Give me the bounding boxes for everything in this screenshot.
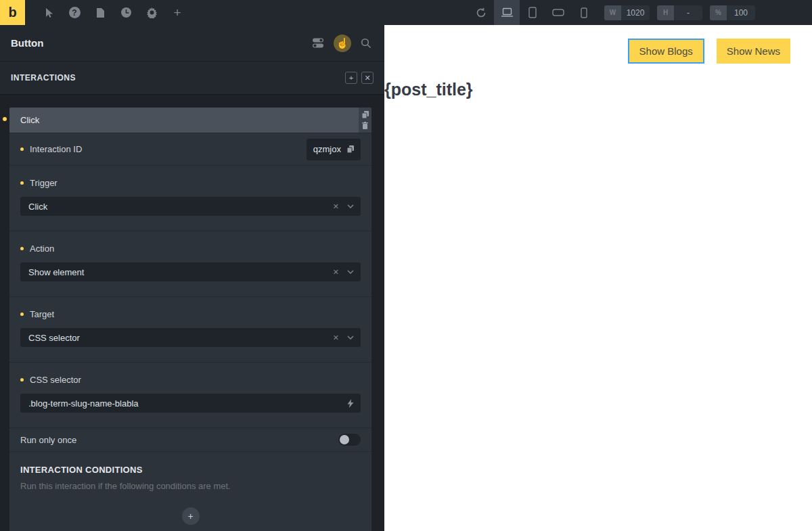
settings-panel: Button ☝ INTERACTIONS + ✕ bbox=[0, 25, 384, 531]
interaction-id-row: Interaction ID qzmjox bbox=[9, 133, 371, 166]
top-toolbar: b ? + bbox=[0, 0, 812, 25]
search-icon[interactable] bbox=[359, 36, 374, 51]
css-selector-input[interactable] bbox=[28, 398, 347, 409]
action-value: Show element bbox=[28, 267, 333, 277]
element-picker-icon[interactable] bbox=[36, 0, 62, 25]
dynamic-data-bolt-icon[interactable] bbox=[347, 399, 354, 408]
css-selector-label: CSS selector bbox=[30, 375, 81, 385]
bullet-dot bbox=[20, 313, 24, 316]
question-glyph: ? bbox=[69, 7, 81, 18]
target-group: Target CSS selector ✕ bbox=[9, 297, 371, 363]
bricks-builder-app: b ? + bbox=[0, 0, 812, 531]
bricks-logo[interactable]: b bbox=[0, 0, 25, 25]
clear-selection-icon[interactable]: ✕ bbox=[333, 202, 339, 211]
preview-canvas: Show Blogs Show News {post_title} bbox=[384, 25, 812, 531]
interaction-id-value: qzmjox bbox=[313, 144, 341, 154]
bullet-dot bbox=[20, 378, 24, 382]
trigger-label-row: Trigger bbox=[20, 178, 361, 188]
toggle-knob bbox=[340, 435, 349, 444]
zoom-value[interactable]: 100 bbox=[727, 5, 755, 20]
interaction-id-label-group: Interaction ID bbox=[20, 144, 82, 154]
clear-selection-icon[interactable]: ✕ bbox=[333, 333, 339, 342]
interaction-id-label: Interaction ID bbox=[30, 144, 82, 154]
interaction-id-value-pill[interactable]: qzmjox bbox=[307, 139, 361, 160]
select-icons: ✕ bbox=[333, 333, 354, 342]
panel-header-icons: ☝ bbox=[311, 34, 374, 52]
action-label-row: Action bbox=[20, 244, 361, 254]
toggles-settings-icon[interactable] bbox=[311, 36, 326, 51]
width-value[interactable]: 1020 bbox=[621, 5, 650, 20]
height-label: H bbox=[657, 5, 674, 20]
interaction-card: Click Interaction ID bbox=[9, 108, 371, 531]
conditions-title: INTERACTION CONDITIONS bbox=[20, 465, 361, 475]
interactions-panel-content: Click Interaction ID bbox=[0, 95, 384, 531]
interactions-title: INTERACTIONS bbox=[11, 73, 76, 83]
interaction-header-bar[interactable]: Click bbox=[9, 108, 359, 133]
close-interactions-button[interactable]: ✕ bbox=[361, 72, 374, 84]
add-condition-group: + ADD CONDITION bbox=[20, 507, 361, 531]
viewport-tablet-portrait-icon[interactable] bbox=[520, 0, 545, 25]
viewport-tablet-landscape-icon[interactable] bbox=[545, 0, 571, 25]
interaction-name: Click bbox=[20, 115, 39, 125]
duplicate-interaction-icon[interactable] bbox=[362, 111, 369, 118]
plus-glyph: + bbox=[173, 6, 181, 19]
copy-icon bbox=[347, 145, 354, 153]
target-label: Target bbox=[30, 309, 54, 319]
target-select[interactable]: CSS selector ✕ bbox=[20, 328, 361, 347]
clear-selection-icon[interactable]: ✕ bbox=[333, 268, 339, 277]
add-condition-plus-button[interactable]: + bbox=[182, 507, 200, 525]
post-title-heading[interactable]: {post_title} bbox=[384, 80, 473, 99]
interaction-header-actions bbox=[359, 108, 371, 133]
action-group: Action Show element ✕ bbox=[9, 231, 371, 297]
add-element-icon[interactable]: + bbox=[164, 0, 190, 25]
trigger-label: Trigger bbox=[30, 178, 58, 188]
run-only-once-row: Run only once bbox=[9, 428, 371, 452]
interactions-tap-icon[interactable]: ☝ bbox=[334, 34, 351, 52]
show-news-button[interactable]: Show News bbox=[717, 39, 790, 64]
chevron-down-icon[interactable] bbox=[347, 204, 354, 208]
bullet-dot bbox=[20, 147, 24, 151]
action-select[interactable]: Show element ✕ bbox=[20, 262, 361, 281]
height-value[interactable]: - bbox=[674, 5, 702, 20]
show-blogs-button[interactable]: Show Blogs bbox=[628, 39, 704, 64]
interaction-header-row: Click bbox=[9, 108, 371, 133]
bullet-dot bbox=[20, 181, 24, 185]
target-value: CSS selector bbox=[28, 333, 333, 343]
chevron-down-icon[interactable] bbox=[347, 270, 354, 274]
tap-glyph: ☝ bbox=[336, 37, 349, 49]
viewport-height-field: H - bbox=[657, 5, 702, 20]
run-only-once-toggle[interactable] bbox=[338, 434, 361, 446]
zoom-label: % bbox=[710, 5, 727, 20]
css-selector-label-row: CSS selector bbox=[20, 375, 361, 385]
css-selector-field bbox=[20, 394, 361, 413]
trigger-group: Trigger Click ✕ bbox=[9, 166, 371, 231]
help-icon[interactable]: ? bbox=[62, 0, 87, 25]
settings-gear-icon[interactable] bbox=[139, 0, 164, 25]
canvas-buttons-row: Show Blogs Show News bbox=[628, 39, 790, 64]
panel-header: Button ☝ bbox=[0, 25, 384, 62]
add-interaction-button[interactable]: + bbox=[345, 72, 357, 84]
reload-icon[interactable] bbox=[468, 0, 494, 25]
chevron-down-icon[interactable] bbox=[347, 336, 354, 340]
pages-icon[interactable] bbox=[87, 0, 113, 25]
select-icons: ✕ bbox=[333, 268, 354, 277]
run-only-once-label: Run only once bbox=[20, 435, 76, 445]
panel-title: Button bbox=[11, 37, 43, 49]
viewport-mobile-icon[interactable] bbox=[571, 0, 597, 25]
toolbar-right-group: W 1020 H - % 100 bbox=[468, 0, 812, 25]
delete-interaction-icon[interactable] bbox=[362, 122, 368, 129]
interaction-conditions-block: INTERACTION CONDITIONS Run this interact… bbox=[9, 452, 371, 531]
active-indicator-dot bbox=[3, 117, 7, 121]
target-label-row: Target bbox=[20, 309, 361, 319]
select-icons: ✕ bbox=[333, 202, 354, 211]
interactions-bar-buttons: + ✕ bbox=[345, 72, 374, 84]
toolbar-left-icons: ? + bbox=[36, 0, 190, 25]
history-clock-icon[interactable] bbox=[113, 0, 139, 25]
bullet-dot bbox=[20, 247, 24, 250]
conditions-description: Run this interaction if the following co… bbox=[20, 481, 361, 491]
viewport-desktop-icon[interactable] bbox=[494, 0, 520, 25]
trigger-select[interactable]: Click ✕ bbox=[20, 197, 361, 216]
width-label: W bbox=[604, 5, 621, 20]
viewport-zoom-field: % 100 bbox=[710, 5, 755, 20]
viewport-width-field: W 1020 bbox=[604, 5, 650, 20]
